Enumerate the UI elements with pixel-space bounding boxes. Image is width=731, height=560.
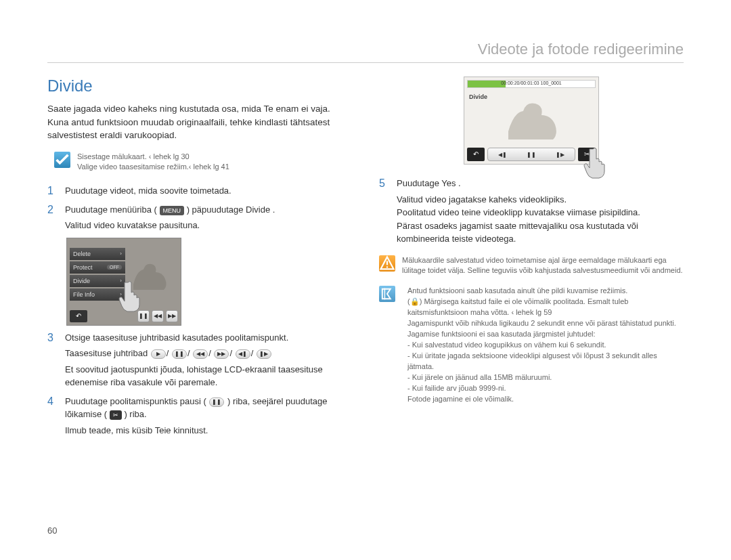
forward-icon: ▶▶ (214, 349, 229, 359)
menu-list: Delete › Protect OFF Divide › File Info … (70, 248, 125, 302)
warning-text: Mälukaardile salvestatud video toimetami… (402, 255, 684, 277)
step-3-text: Otsige taasesituse juhtribasid kasutades… (65, 332, 288, 343)
pause-icon: ❚❚ (172, 349, 187, 359)
back-button-icon: ↶ (467, 148, 485, 161)
warning-icon (379, 255, 395, 272)
pause-icon: ❚❚ (209, 397, 224, 407)
rewind-icon: ◀◀ (193, 349, 208, 359)
chevron-right-icon: › (120, 291, 122, 297)
playback-toolbar: ↶ ◀❚ ❚❚ ❚▶ ✂ (467, 148, 596, 161)
intro-paragraph: Saate jagada video kaheks ning kustutada… (47, 102, 352, 142)
info-line: (🔒) Märgisega kaitstud faile ei ole võim… (402, 297, 684, 318)
info-line: Antud funktsiooni saab kasutada ainult ü… (402, 286, 684, 297)
chapter-title: Videote ja fotode redigeerimine (47, 41, 684, 63)
step-3-sub-label: Taasesituse juhtribad (65, 348, 148, 358)
step-4: 4 Puudutage poolitamispunktis pausi ( ❚❚… (47, 395, 352, 437)
frame-forward-icon: ❚▶ (556, 152, 564, 158)
scissors-icon: ✂ (110, 410, 122, 420)
step-number: 4 (47, 395, 57, 437)
step-4-c: ) riba. (124, 409, 146, 419)
video-player-screenshot: 00:00:20/00:01:03 100_0001 Divide ↶ ◀❚ ❚… (464, 77, 599, 165)
video-thumbnail-silhouette (498, 94, 579, 142)
video-thumbnail-silhouette (127, 251, 174, 298)
step-number: 3 (47, 332, 57, 389)
chevron-right-icon: › (120, 251, 122, 257)
playback-toolbar: ❚❚ ◀◀ ▶▶ (137, 310, 178, 322)
pause-icon: ❚❚ (137, 310, 150, 322)
video-mode-label: Divide (469, 93, 487, 100)
warning-note: Mälukaardile salvestatud video toimetami… (379, 255, 684, 277)
prereq-text: Sisestage mälukaart. ‹ lehek lg 30 Valig… (77, 152, 229, 173)
step-2-part-b: ) päpuudutage Divide . (187, 204, 275, 215)
play-icon: ▶ (151, 349, 166, 359)
step-2-sub: Valitud video kuvatakse pausituna. (65, 219, 275, 232)
info-note: Antud funktsiooni saab kasutada ainult ü… (379, 286, 684, 404)
step-number: 2 (47, 204, 57, 232)
right-column: 00:00:20/00:01:03 100_0001 Divide ↶ ◀❚ ❚… (379, 77, 684, 442)
prereq-line-1: Sisestage mälukaart. ‹ lehek lg 30 (77, 152, 190, 160)
prereq-line-2: Valige video taasesitamise režiim.‹ lehe… (77, 163, 229, 171)
forward-icon: ▶▶ (166, 310, 178, 322)
two-column-layout: Divide Saate jagada video kaheks ning ku… (47, 77, 684, 442)
video-time-info: 00:00:20/00:01:03 100_0001 (501, 81, 562, 85)
menu-screenshot: Delete › Protect OFF Divide › File Info … (66, 238, 181, 326)
note-icon (379, 286, 395, 302)
page-number: 60 (47, 525, 57, 536)
back-button-icon: ↶ (70, 310, 87, 322)
step-1: 1 Puudutage videot, mida soovite toimeta… (47, 184, 352, 198)
prerequisite-block: Sisestage mälukaart. ‹ lehek lg 30 Valig… (54, 152, 352, 173)
menu-label: Divide (73, 278, 90, 284)
scissors-icon: ✂ (578, 148, 596, 161)
left-column: Divide Saate jagada video kaheks ning ku… (47, 77, 352, 442)
step-body: Puudutage videot, mida soovite toimetada… (65, 184, 231, 198)
info-line: - Kui salvestatud video kogupikkus on vä… (402, 340, 684, 351)
step-2-part-a: Puudutage menüüriba ( (65, 204, 157, 215)
menu-item-protect: Protect OFF (70, 261, 125, 274)
info-line: - Kui üritate jagada sektsioone videokli… (402, 351, 684, 372)
info-line: Jagamise funktsiooni ei saa kasutada jär… (402, 329, 684, 340)
step-5-sub: Valitud video jagatakse kaheks videoklip… (397, 193, 684, 246)
svg-point-1 (386, 266, 388, 267)
page-container: Videote ja fotode redigeerimine Divide S… (0, 0, 731, 560)
step-2: 2 Puudutage menüüriba ( MENU ) päpuuduta… (47, 203, 352, 232)
menu-item-delete: Delete › (70, 248, 125, 260)
info-line: Fotode jagamine ei ole võimalik. (402, 394, 684, 405)
step-3-sub-2: Et soovitud jaotuspunkti jõuda, lohistag… (65, 363, 352, 389)
step-number: 1 (47, 185, 57, 198)
frame-back-icon: ◀❚ (236, 349, 250, 359)
info-line: - Kui failide arv jõuab 9999-ni. (402, 383, 684, 394)
pause-icon: ❚❚ (527, 152, 536, 158)
menu-label: Delete (73, 251, 91, 257)
step-4-sub: Ilmub teade, mis küsib Teie kinnitust. (65, 424, 352, 437)
playback-buttons: ◀❚ ❚❚ ❚▶ (487, 148, 575, 161)
menu-label: File Info (73, 291, 95, 298)
step-body: Otsige taasesituse juhtribasid kasutades… (65, 331, 352, 389)
info-line: Jagamispunkt võib nihkuda ligikaudu 2 se… (402, 318, 684, 329)
frame-back-icon: ◀❚ (498, 152, 507, 158)
menu-item-file-info: File Info › (70, 288, 125, 301)
chevron-right-icon: › (120, 278, 122, 284)
step-5: 5 Puudutage Yes . Valitud video jagataks… (379, 177, 684, 246)
frame-forward-icon: ❚▶ (257, 349, 271, 359)
info-line: - Kui järele on jäänud alla 15MB mäluruu… (402, 372, 684, 383)
menu-icon: MENU (160, 206, 185, 215)
step-number: 5 (379, 177, 389, 246)
section-title: Divide (47, 77, 352, 95)
info-text: Antud funktsiooni saab kasutada ainult ü… (402, 286, 684, 404)
off-pill: OFF (107, 265, 122, 270)
menu-item-divide: Divide › (70, 275, 125, 287)
step-body: Puudutage menüüriba ( MENU ) päpuudutage… (65, 203, 275, 232)
check-icon (54, 152, 70, 168)
step-body: Puudutage Yes . Valitud video jagatakse … (397, 177, 684, 246)
step-5-text: Puudutage Yes . (397, 178, 461, 188)
step-4-a: Puudutage poolitamispunktis pausi ( (65, 396, 206, 406)
menu-label: Protect (73, 264, 93, 271)
step-body: Puudutage poolitamispunktis pausi ( ❚❚ )… (65, 395, 352, 437)
rewind-icon: ◀◀ (152, 310, 164, 322)
step-3-sub: Taasesituse juhtribad ▶/ ❚❚/ ◀◀/ ▶▶/ ◀❚/… (65, 347, 352, 360)
step-3: 3 Otsige taasesituse juhtribasid kasutad… (47, 331, 352, 389)
